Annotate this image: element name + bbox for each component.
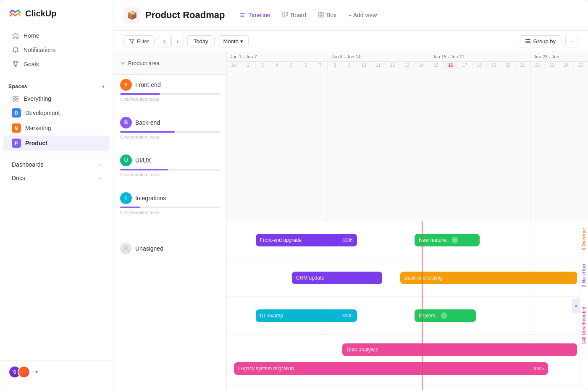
bar-ui-revamp-hours: 830h [341,313,352,318]
week-1: Jun 1 - Jun 7 1st 2 3 4 5 6 7 [227,52,328,221]
right-sidebar-labels: 3 Overdue 2 No effort 140 Unscheduled [580,221,588,390]
week-4: Jun 23 - Jun 22 23 24 25 [530,52,588,221]
bar-frontend-upgrade-label: Front-end upgrade [260,237,302,243]
next-button[interactable]: › [171,35,184,47]
svg-rect-4 [240,13,245,14]
svg-rect-14 [525,41,530,42]
spaces-chevron-icon[interactable]: ▾ [102,84,105,89]
tab-box[interactable]: Box [313,9,341,21]
bar-new-feature[interactable]: New feature.. ! [415,234,480,246]
grid-lines-integrations [227,335,588,385]
sidebar-item-marketing[interactable]: M Marketing [3,120,110,136]
grid-icon [12,95,19,102]
gantt-row-backend: CRM update Back-end testing [227,259,588,297]
unassigned-avatar [120,243,132,254]
sidebar-footer: S ▾ [0,360,113,383]
board-icon [282,12,288,19]
bar-new-feature-label: New feature.. [419,237,449,243]
today-button[interactable]: Today [187,35,215,47]
row-frontend-left: F Front-end Unscheduled tasks [113,75,227,113]
collapse-button[interactable]: « [572,298,580,313]
frontend-title: Front-end [135,81,161,88]
today-label: Today [194,38,208,44]
day-1st: 1st [227,62,241,69]
tab-box-label: Box [326,12,336,18]
tab-board[interactable]: Board [277,9,311,21]
svg-rect-7 [283,12,284,17]
bar-legacy-migration-hours: 830h [532,366,544,371]
week-3-label: Jun 15 - Jun 21 [429,52,530,62]
sidebar-item-notifications[interactable]: Notifications [3,43,110,57]
week-2-label: Jun 8 - Jun 14 [328,52,429,62]
day-11: 11 [371,62,386,69]
day-5: 5 [284,62,299,69]
integrations-avatar: I [120,192,132,204]
svg-rect-3 [16,99,18,101]
sidebar-item-everything[interactable]: Everything [3,92,110,105]
dashboards-chevron-icon: › [99,161,101,168]
tab-timeline-label: Timeline [248,12,270,18]
tab-timeline[interactable]: Timeline [235,9,275,21]
more-options-button[interactable]: ··· [565,35,578,47]
main-content: 📦 Product Roadmap Timeline Board Box [113,0,588,390]
day-9: 9 [342,62,357,69]
timeline-layout: Product area F Front-end Unscheduled tas… [113,52,588,390]
week-2: Jun 8 - Jun 14 8 9 10 11 12 13 14 [328,52,429,221]
gantt-row-unassigned [227,385,588,390]
day-7: 7 [313,62,328,69]
bar-data-analytics[interactable]: Data analytics [342,343,577,356]
page-icon: 📦 [123,7,140,24]
bar-backend-testing[interactable]: Back-end testing [400,272,577,284]
sidebar-item-home[interactable]: Home [3,29,110,43]
day-4: 4 [270,62,284,69]
backend-avatar: B [120,117,132,128]
group-by-button[interactable]: Group by [519,35,562,47]
day-14: 14 [415,62,429,69]
no-effort-label[interactable]: 2 No effort [580,257,588,294]
day-21: 21 [516,62,530,69]
column-header: Product area [113,52,226,75]
filter-label: Filter [137,38,149,44]
unscheduled-label[interactable]: 140 Unscheduled [580,294,588,357]
svg-rect-10 [321,12,323,14]
day-8: 8 [328,62,342,69]
overdue-label[interactable]: 3 Overdue [580,221,588,257]
filter-button[interactable]: Filter [123,35,155,47]
spaces-section-header: Spaces ▾ [0,79,113,92]
sidebar-item-goals[interactable]: Goals [3,57,110,71]
goals-label: Goals [24,61,39,68]
month-chevron-icon: ▾ [240,38,243,44]
sidebar-item-development[interactable]: D Development [3,105,110,120]
add-view-button[interactable]: + Add view [343,9,382,21]
sidebar-item-dashboards[interactable]: Dashboards › [3,158,110,171]
docs-chevron-icon: › [99,175,101,181]
clickup-logo-icon [8,7,22,20]
svg-rect-2 [13,99,15,101]
view-tabs: Timeline Board Box + Add view [235,9,382,21]
bar-frontend-upgrade[interactable]: Front-end upgrade 830h [256,234,357,246]
day-10: 10 [357,62,371,69]
bar-crm-update-label: CRM update [296,275,324,281]
backend-title: Back-end [135,119,160,126]
marketing-label: Marketing [25,125,51,131]
spaces-label: Spaces [8,84,27,89]
bar-implement-warn-icon: ! [441,312,447,319]
sidebar-item-product[interactable]: P Product [3,136,110,151]
bar-ui-revamp[interactable]: UI revamp 830h [256,309,357,322]
sidebar-item-docs[interactable]: Docs › [3,171,110,185]
nav-arrows: ‹ › [158,35,184,47]
gantt-body: Front-end upgrade 830h New feature.. ! [227,221,588,390]
footer-chevron-icon[interactable]: ▾ [35,369,38,375]
prev-button[interactable]: ‹ [158,35,171,47]
bar-crm-update[interactable]: CRM update [292,272,382,284]
bar-legacy-migration[interactable]: Legacy system migration 830h [234,362,548,375]
row-uiux-left: U UI/UX Unscheduled tasks [113,150,227,188]
month-button[interactable]: Month ▾ [218,35,249,47]
week-1-label: Jun 1 - Jun 7 [227,52,328,62]
day-19: 19 [487,62,501,69]
svg-rect-9 [318,12,320,14]
bar-implement[interactable]: Implem.. ! [415,309,476,322]
unassigned-title: Unasigned [135,245,163,252]
day-20: 20 [501,62,515,69]
day-12: 12 [386,62,400,69]
